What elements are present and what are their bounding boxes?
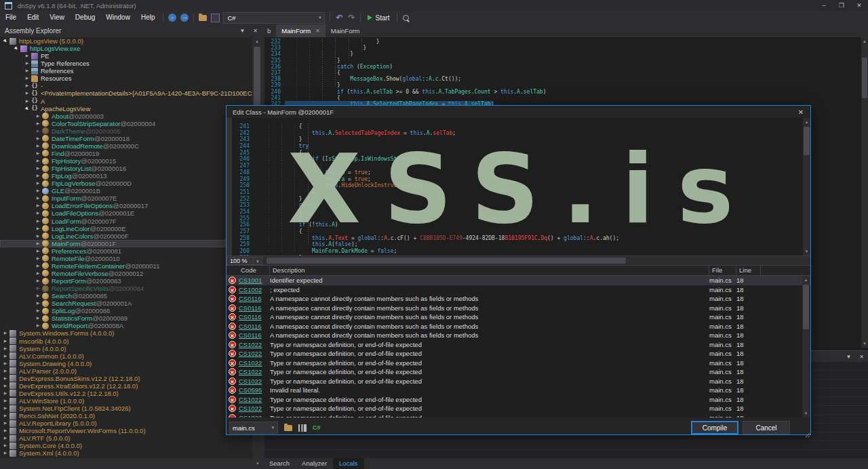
- tree-row[interactable]: ▶DateTimeForm @02000018: [0, 135, 252, 142]
- zoom-level-selector[interactable]: 100 %: [226, 257, 254, 265]
- error-code-link[interactable]: CS1022: [239, 368, 270, 375]
- expander-icon[interactable]: ▶: [24, 52, 31, 60]
- scroll-up-icon[interactable]: ▲: [252, 37, 262, 45]
- tree-row[interactable]: ▶RemoteFile @02000010: [0, 255, 252, 262]
- tree-row[interactable]: ▶DarkTheme @02000005: [0, 127, 252, 135]
- scroll-up-icon[interactable]: ▲: [803, 118, 810, 126]
- expander-icon[interactable]: ▶: [35, 255, 41, 262]
- tree-row[interactable]: ▶DevExpress.Utils.v12.2 (12.2.18.0): [0, 390, 252, 397]
- expander-icon[interactable]: ▶: [2, 442, 9, 449]
- error-code-link[interactable]: CS1022: [239, 341, 270, 348]
- save-module-button[interactable]: [209, 12, 221, 24]
- expander-icon[interactable]: ▶: [35, 209, 41, 217]
- error-row[interactable]: ✕CS1022Type or namespace definition, or …: [226, 340, 810, 350]
- tree-row[interactable]: ▶{}<PrivateImplementationDetails>{A01F5A…: [0, 89, 252, 97]
- expander-icon[interactable]: ▶: [35, 225, 41, 232]
- undo-button[interactable]: ↶: [333, 12, 345, 24]
- tree-row[interactable]: ▶RemoteFileVerbose @02000012: [0, 270, 252, 277]
- tree-row[interactable]: ▶ReportSpecificVisits @02000084: [0, 285, 252, 292]
- tree-row[interactable]: ▶About @02000003: [0, 113, 252, 120]
- tree-row[interactable]: ▶System.Windows.Forms (4.0.0.0): [0, 329, 252, 337]
- panel-close-icon[interactable]: ✕: [249, 28, 262, 34]
- expander-icon[interactable]: ▶: [2, 338, 9, 345]
- error-row[interactable]: ✕CS1022Type or namespace definition, or …: [226, 395, 810, 405]
- tree-row[interactable]: ▶ALV.Common (1.0.0.0): [0, 352, 252, 360]
- tree-row[interactable]: ▶ALV.ReportLibrary (5.0.0.0): [0, 420, 252, 427]
- dialog-close-icon[interactable]: ✕: [791, 108, 810, 116]
- menu-help[interactable]: Help: [136, 11, 161, 24]
- scroll-down-icon[interactable]: ▼: [802, 409, 810, 417]
- expander-icon[interactable]: ▶: [2, 390, 9, 397]
- tree-row[interactable]: ▶Find @02000019: [0, 150, 252, 157]
- tree-row[interactable]: ▶DevExpress.XtraEditors.v12.2 (12.2.18.0…: [0, 382, 252, 390]
- error-row[interactable]: ✕CS0595Invalid real literal.main.cs18: [226, 386, 810, 395]
- expander-icon[interactable]: ▶: [2, 352, 9, 360]
- tree-row[interactable]: ▶FtpHistoryList @02000016: [0, 165, 252, 172]
- tree-row[interactable]: ▶DownloadRemote @0200000C: [0, 142, 252, 150]
- scroll-down-icon[interactable]: ▼: [861, 340, 868, 348]
- restore-button[interactable]: ❐: [833, 0, 850, 11]
- expander-icon[interactable]: ▶: [24, 75, 31, 82]
- error-code-link[interactable]: CS1022: [239, 359, 270, 367]
- tree-row[interactable]: ▶System.Net.FtpClient (1.0.5824.34026): [0, 405, 252, 412]
- tree-row[interactable]: ▶mscorlib (4.0.0.0): [0, 338, 252, 345]
- tree-row[interactable]: ▶Renci.SshNet (2020.0.1.0): [0, 412, 252, 420]
- tree-row[interactable]: ▶RemoteFileItemContainer @02000011: [0, 262, 252, 270]
- tree-row[interactable]: ▶PE: [0, 52, 252, 60]
- expander-icon[interactable]: ▶: [35, 150, 41, 157]
- expander-icon[interactable]: ▶: [2, 434, 9, 442]
- panel-menu-icon[interactable]: ▼: [235, 28, 249, 34]
- expander-icon[interactable]: ▶: [35, 300, 41, 307]
- expander-icon[interactable]: ▶: [35, 322, 41, 329]
- error-code-link[interactable]: CS1022: [239, 396, 270, 403]
- csharp-file-icon[interactable]: C#: [313, 424, 321, 431]
- expander-icon[interactable]: ▶: [2, 367, 9, 375]
- tree-row[interactable]: ▶System (4.0.0.0): [0, 345, 252, 352]
- error-row[interactable]: ✕CS1001Identifier expectedmain.cs18: [226, 276, 810, 285]
- scroll-down-icon[interactable]: ▼: [252, 462, 263, 466]
- tree-row[interactable]: ▶LoadFileOptions @0200001E: [0, 209, 252, 217]
- tree-row[interactable]: ▶{}A: [0, 98, 252, 105]
- expander-icon[interactable]: ▶: [24, 89, 31, 97]
- tree-row[interactable]: ▶System.Core (4.0.0.0): [0, 442, 252, 449]
- tree-row[interactable]: ▶httpLogsView.exe: [0, 45, 252, 52]
- expander-icon[interactable]: ▶: [2, 382, 9, 390]
- start-debug-button[interactable]: Start: [363, 14, 393, 22]
- close-button[interactable]: ✕: [850, 0, 868, 11]
- document-tab-mainform[interactable]: MainForm✕: [276, 24, 325, 37]
- scrollbar-thumb[interactable]: [267, 258, 626, 264]
- menu-debug[interactable]: Debug: [70, 11, 100, 24]
- tree-row[interactable]: ▶LogLineColor @0200000E: [0, 225, 252, 232]
- bottom-tab-analyzer[interactable]: Analyzer: [296, 458, 333, 469]
- add-references-icon[interactable]: [298, 424, 307, 432]
- tree-row[interactable]: ▶SearchRequest @0200001A: [0, 300, 252, 307]
- dialog-code-editor[interactable]: 241 {242 this.A.SelectedTabPageIndex = t…: [226, 118, 810, 256]
- tree-row[interactable]: ▶DevExpress.BonusSkins.v12.2 (12.2.18.0): [0, 375, 252, 382]
- error-column-file[interactable]: File: [709, 266, 736, 275]
- menu-view[interactable]: View: [44, 11, 70, 24]
- panel-close-icon[interactable]: ✕: [855, 354, 868, 360]
- menu-window[interactable]: Window: [100, 11, 136, 24]
- error-column-description[interactable]: Description: [270, 266, 709, 275]
- tree-row[interactable]: ▶StatisticsForm @02000089: [0, 314, 252, 322]
- error-code-link[interactable]: CS1001: [239, 277, 270, 284]
- expander-icon[interactable]: ▶: [35, 172, 41, 180]
- expander-icon[interactable]: ▶: [35, 307, 41, 314]
- error-row[interactable]: ✕CS0116A namespace cannot directly conta…: [226, 312, 810, 322]
- tree-row[interactable]: ▶System.Xml (4.0.0.0): [0, 449, 252, 457]
- expander-icon[interactable]: ▶: [35, 127, 41, 135]
- tree-row[interactable]: ▶ALV.RTF (5.0.0.0): [0, 434, 252, 442]
- add-document-icon[interactable]: [284, 425, 292, 431]
- expander-icon[interactable]: ▶: [2, 360, 9, 367]
- scroll-down-icon[interactable]: ▼: [803, 247, 810, 256]
- tree-row[interactable]: ▶FtpLogVerbose @0200000D: [0, 180, 252, 187]
- compile-button[interactable]: Compile: [691, 421, 738, 434]
- expander-icon[interactable]: ▶: [35, 285, 41, 292]
- expander-icon[interactable]: ▶: [2, 405, 9, 412]
- tree-row[interactable]: ▶LoadErrorFileOptions @02000017: [0, 202, 252, 209]
- error-code-link[interactable]: CS0116: [239, 304, 270, 312]
- error-row[interactable]: ✕CS1022Type or namespace definition, or …: [226, 404, 810, 413]
- tree-row[interactable]: ▶ColorToolStripSeparator @02000004: [0, 120, 252, 127]
- dialog-editor-scrollbar[interactable]: ▲ ▼: [803, 118, 810, 256]
- navigate-forward-button[interactable]: →: [178, 12, 191, 24]
